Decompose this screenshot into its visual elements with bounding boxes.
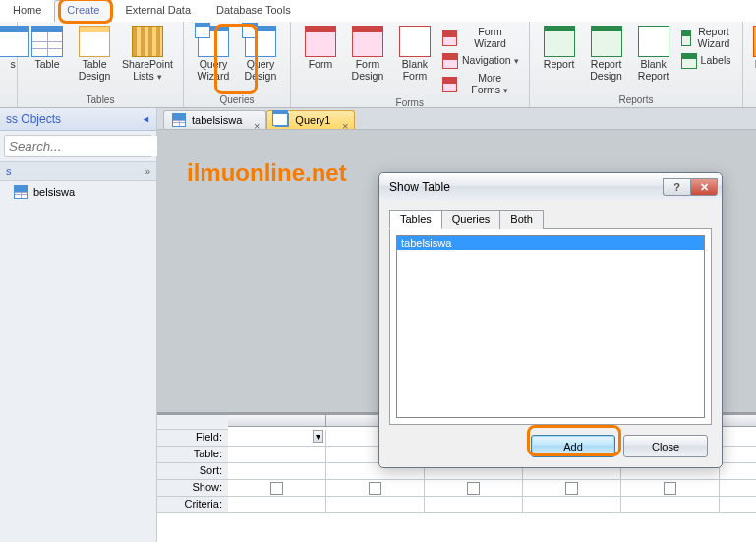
group-tables: Table Table Design SharePoint Lists Tabl…	[18, 22, 184, 107]
form-wizard-button[interactable]: Form Wizard	[438, 26, 523, 50]
ribbon-toolbar: s Table Table Design SharePoint Lists Ta…	[0, 22, 756, 108]
form-design-button[interactable]: Form Design	[344, 24, 391, 97]
qgrid-cell[interactable]	[720, 463, 756, 480]
qgrid-show-checkbox[interactable]	[523, 480, 621, 497]
tab-external-data[interactable]: External Data	[112, 0, 204, 22]
doc-tab-query1[interactable]: Query1	[266, 110, 355, 129]
table-icon	[172, 113, 186, 127]
tab-home[interactable]: Home	[0, 0, 54, 22]
blank-form-button[interactable]: Blank Form	[391, 24, 438, 97]
qgrid-cell[interactable]	[425, 497, 523, 513]
qgrid-show-checkbox[interactable]	[425, 480, 523, 497]
qgrid-cell[interactable]	[228, 497, 326, 513]
dialog-title-text: Show Table	[389, 180, 450, 194]
dialog-tab-panel: tabelsiswa	[389, 228, 712, 425]
table-label: Table	[34, 59, 59, 71]
report-wizard-icon	[681, 30, 691, 46]
report-design-icon	[591, 26, 622, 57]
table-design-button[interactable]: Table Design	[71, 24, 118, 84]
table-icon	[14, 185, 28, 199]
more-forms-button[interactable]: More Forms	[438, 72, 523, 96]
qgrid-row-table: Table:	[157, 447, 228, 463]
tables-listbox[interactable]: tabelsiswa	[396, 235, 705, 418]
dialog-tab-tables[interactable]: Tables	[389, 210, 442, 229]
show-table-dialog: Show Table ? ✕ Tables Queries Both tabel…	[378, 172, 723, 468]
labels-button[interactable]: Labels	[677, 52, 737, 70]
group-reports: Report Report Design Blank Report Report…	[530, 22, 744, 107]
report-design-button[interactable]: Report Design	[583, 24, 630, 84]
navigation-button[interactable]: Navigation	[438, 52, 523, 70]
qgrid-row-sort: Sort:	[157, 463, 228, 480]
qgrid-cell[interactable]	[228, 463, 326, 480]
form-button[interactable]: Form	[297, 24, 344, 97]
form-wizard-label: Form Wizard	[461, 27, 518, 49]
dialog-close-button[interactable]: ✕	[690, 178, 718, 196]
qgrid-colhead[interactable]	[228, 415, 326, 427]
qgrid-cell[interactable]	[720, 430, 756, 447]
dialog-tabcontrol: Tables Queries Both tabelsiswa	[389, 209, 712, 425]
report-wizard-button[interactable]: Report Wizard	[677, 26, 737, 50]
ribbon-tabs: Home Create External Data Database Tools	[0, 0, 756, 22]
navigation-pane: ss Objects ◄ 🔍 s belsiswa	[0, 108, 157, 542]
blank-report-button[interactable]: Blank Report	[630, 24, 677, 84]
qgrid-cell[interactable]	[523, 497, 621, 513]
nav-search: 🔍	[4, 135, 152, 157]
nav-header-label: ss Objects	[6, 112, 61, 126]
sharepoint-lists-button[interactable]: SharePoint Lists	[118, 24, 177, 84]
navigation-label: Navigation	[462, 55, 519, 67]
macro-button[interactable]: Macro	[749, 24, 756, 73]
qgrid-show-checkbox[interactable]	[228, 480, 326, 497]
form-design-label: Form Design	[348, 59, 387, 82]
form-design-icon	[352, 26, 383, 57]
labels-label: Labels	[701, 55, 731, 67]
qgrid-cell[interactable]	[228, 447, 326, 463]
dialog-titlebar[interactable]: Show Table ? ✕	[379, 173, 722, 201]
dialog-tab-queries[interactable]: Queries	[441, 210, 501, 229]
nav-item-tabelsiswa[interactable]: belsiswa	[0, 181, 156, 203]
list-item[interactable]: tabelsiswa	[397, 236, 704, 250]
qgrid-show-checkbox[interactable]	[326, 480, 425, 497]
group-tables-label: Tables	[24, 94, 177, 107]
query-design-icon	[245, 26, 276, 57]
more-forms-label: More Forms	[461, 73, 519, 95]
search-input[interactable]	[5, 136, 180, 156]
nav-category-label: s	[6, 165, 12, 177]
navigation-icon	[442, 53, 458, 69]
query-wizard-button[interactable]: Query Wizard	[190, 24, 237, 84]
dialog-help-button[interactable]: ?	[663, 178, 690, 196]
group-queries-label: Queries	[190, 94, 284, 107]
doc-tab-tabelsiswa[interactable]: tabelsiswa	[163, 110, 266, 129]
report-icon	[544, 26, 575, 57]
nav-collapse-icon[interactable]: ◄	[142, 114, 150, 124]
doc-tab-label: tabelsiswa	[192, 114, 242, 126]
table-button[interactable]: Table	[24, 24, 71, 84]
group-application-parts: s	[0, 22, 18, 107]
qgrid-cell[interactable]	[228, 430, 326, 447]
more-forms-icon	[442, 77, 457, 92]
qgrid-row-criteria: Criteria:	[157, 497, 228, 513]
nav-item-label: belsiswa	[33, 186, 75, 198]
tab-create[interactable]: Create	[54, 0, 112, 22]
group-macros-label	[749, 94, 756, 107]
nav-category-tables[interactable]: s	[0, 161, 156, 181]
report-label: Report	[544, 59, 575, 71]
query-icon	[275, 113, 289, 127]
qgrid-show-checkbox[interactable]	[621, 480, 720, 497]
add-button[interactable]: Add	[531, 435, 615, 457]
watermark-text: ilmuonline.net	[187, 159, 347, 187]
qgrid-cell[interactable]	[621, 497, 720, 513]
nav-header[interactable]: ss Objects ◄	[0, 108, 156, 131]
qgrid-cell[interactable]	[326, 497, 425, 513]
close-button[interactable]: Close	[623, 435, 708, 457]
qgrid-cell[interactable]	[720, 497, 756, 513]
group-reports-label: Reports	[536, 94, 737, 107]
qgrid-cell[interactable]	[720, 447, 756, 463]
qgrid-show-checkbox[interactable]	[720, 480, 756, 497]
tab-database-tools[interactable]: Database Tools	[204, 0, 304, 22]
group-app-label	[6, 94, 11, 107]
qgrid-colhead[interactable]	[720, 415, 756, 427]
query-design-button[interactable]: Query Design	[237, 24, 284, 84]
report-button[interactable]: Report	[536, 24, 583, 84]
dialog-tab-both[interactable]: Both	[499, 210, 544, 229]
query-wizard-icon	[198, 26, 229, 57]
